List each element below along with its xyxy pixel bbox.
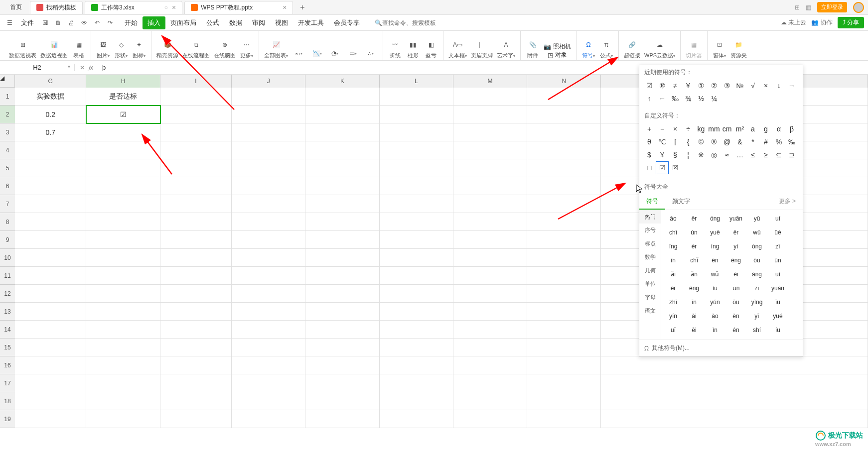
pinyin-item[interactable]: èng [684,282,704,295]
row-header-13[interactable]: 13 [0,303,15,321]
table-button[interactable]: ▦表格 [70,33,88,60]
cell-M18[interactable] [453,392,527,410]
cell-J13[interactable] [232,303,305,321]
pivot-table-button[interactable]: ⊞数据透视表 [7,33,38,60]
cell-I6[interactable] [160,177,232,195]
cell-I16[interactable] [160,356,232,374]
pinyin-item[interactable]: ìn [705,324,725,337]
symbol-item[interactable]: { [682,136,694,148]
cell-H12[interactable] [86,285,160,303]
cell-K1[interactable] [305,88,379,106]
cell-H5[interactable] [86,159,160,177]
cell-H1[interactable]: 是否达标 [86,88,160,106]
cell-G10[interactable] [15,249,86,267]
cell-K12[interactable] [305,285,379,303]
tab-developer[interactable]: 开发工具 [293,16,329,29]
symbol-item[interactable]: cm [721,123,733,135]
cell-L6[interactable] [380,177,453,195]
symbol-item[interactable]: a [747,123,759,135]
tab-insert[interactable]: 插入 [143,16,165,29]
cell-L8[interactable] [380,213,453,231]
cell-I13[interactable] [160,303,232,321]
cell-H13[interactable] [86,303,160,321]
pinyin-item[interactable]: āo [705,338,725,339]
cell-J16[interactable] [232,356,305,374]
cell-I5[interactable] [160,159,232,177]
more-link[interactable]: 更多 > [772,194,803,210]
cancel-icon[interactable]: ✕ [80,64,85,71]
cell-I15[interactable] [160,339,232,356]
pinyin-item[interactable]: zhī [663,296,683,309]
cell-I18[interactable] [160,392,232,410]
pinyin-item[interactable]: ēi [684,324,704,337]
tab-layout[interactable]: 页面布局 [165,16,201,29]
pinyin-item[interactable]: īng [663,240,683,253]
docer-resource-button[interactable]: 📦稻壳资源 [154,33,180,60]
cell-K11[interactable] [305,267,379,285]
pinyin-item[interactable]: yuān [726,212,746,225]
symbol-item[interactable]: ® [708,136,720,148]
pinyin-item[interactable]: àng [768,338,788,339]
symbol-item[interactable]: ‰ [786,136,798,148]
pinyin-item[interactable]: yìng [747,296,767,309]
slicer-button[interactable]: ▦切片器 [684,33,704,60]
pinyin-item[interactable]: ǎn [684,268,704,281]
symbol-item[interactable]: ≥ [760,149,772,161]
symbol-item[interactable]: ② [708,80,720,92]
equation-button[interactable]: π公式▾ [597,33,615,60]
pinyin-item[interactable]: óng [705,212,725,225]
row-header-6[interactable]: 6 [0,177,15,195]
cell-Q19[interactable] [601,410,868,428]
chart-type-3[interactable]: ◔▾ [326,33,344,60]
cell-L7[interactable] [380,195,453,213]
pinyin-cat[interactable]: 数学 [639,250,661,264]
cell-L1[interactable] [380,88,453,106]
wps-cloud-button[interactable]: ☁WPS云数据▾ [642,33,677,60]
pinyin-item[interactable]: èi [726,268,746,281]
cell-I7[interactable] [160,195,232,213]
cell-K13[interactable] [305,303,379,321]
cell-L10[interactable] [380,249,453,267]
cell-J11[interactable] [232,267,305,285]
pinyin-cat[interactable]: 序号 [639,224,661,237]
symbol-item[interactable]: ⊆ [773,149,785,161]
cell-G8[interactable] [15,213,86,231]
row-header-1[interactable]: 1 [0,88,15,106]
pinyin-item[interactable]: ào [705,310,725,323]
col-header-L[interactable]: L [380,75,453,88]
pinyin-item[interactable]: ìng [705,240,725,253]
symbol-item[interactable]: × [760,80,772,92]
col-header-M[interactable]: M [453,75,527,88]
pinyin-cat[interactable]: 标点 [639,237,661,250]
symbol-item[interactable]: kg [695,123,707,135]
save-as-icon[interactable]: 🗎 [53,17,64,28]
cell-G6[interactable] [15,177,86,195]
row-header-3[interactable]: 3 [0,123,15,141]
symbol-item[interactable]: ¥ [656,149,668,161]
cell-L18[interactable] [380,392,453,410]
cell-J14[interactable] [232,321,305,339]
sparkline-line-button[interactable]: 〰折线 [386,33,404,60]
cell-K9[interactable] [305,231,379,249]
symbol-item[interactable]: ‰ [669,93,681,105]
tab-review[interactable]: 审阅 [247,16,270,29]
pinyin-item[interactable]: ēr [684,212,704,225]
cell-K15[interactable] [305,339,379,356]
cell-G1[interactable]: 实验数据 [15,88,86,106]
cell-L11[interactable] [380,267,453,285]
row-header-8[interactable]: 8 [0,213,15,231]
cell-I1[interactable] [160,88,232,106]
all-charts-button[interactable]: 📈全部图表▾ [262,33,290,60]
share-button[interactable]: ⤴ 分享 [838,17,864,28]
shapes-button[interactable]: ◇形状▾ [112,33,130,60]
cell-J4[interactable] [232,141,305,159]
cell-M4[interactable] [453,141,527,159]
pinyin-item[interactable]: ún [684,226,704,239]
textbox-button[interactable]: A▭文本框▾ [446,33,469,60]
symbol-item[interactable]: □ [643,162,655,174]
symbol-item[interactable]: ◎ [708,149,720,161]
symbol-item[interactable]: # [760,136,772,148]
cell-G3[interactable]: 0.7 [15,123,86,141]
save-icon[interactable]: 🖫 [40,17,51,28]
symbol-item[interactable]: ☒ [669,162,681,174]
